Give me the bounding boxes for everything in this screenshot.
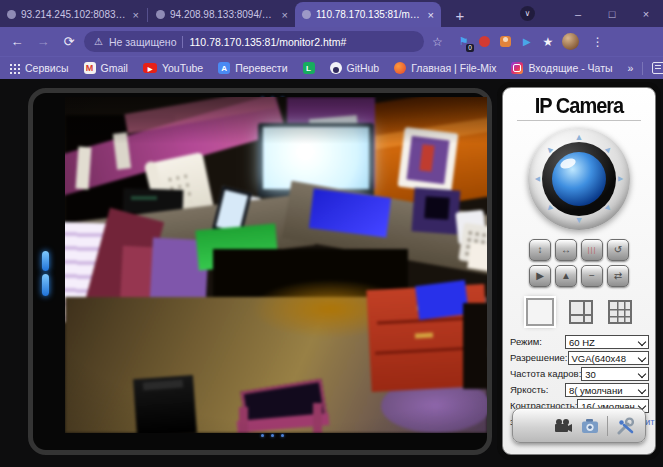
reading-list-icon	[652, 62, 663, 74]
reload-icon[interactable]: ⟳	[58, 31, 80, 53]
bookmark-github[interactable]: GitHub	[330, 62, 380, 74]
lens-glass	[552, 152, 606, 206]
framerate-select[interactable]: 30	[581, 367, 649, 381]
mirror-horizontal-button[interactable]: ↔	[555, 239, 577, 261]
resolution-label: Разрешение:	[510, 352, 568, 363]
bookmark-gmail[interactable]: M Gmail	[84, 62, 128, 74]
setting-row: Разрешение: VGA(640x48	[510, 350, 649, 365]
snapshot-camera-icon[interactable]	[581, 418, 599, 434]
close-window-button[interactable]: ×	[629, 0, 663, 27]
github-icon	[330, 62, 342, 74]
bookmark-inbox-chats[interactable]: Входящие - Чаты	[511, 62, 612, 74]
flip-vertical-button[interactable]: ↕	[529, 239, 551, 261]
extension-icon[interactable]: ⚑0	[457, 35, 471, 49]
url-text: 110.78.170.135:81/monitor2.htm#	[189, 36, 346, 48]
bookmark-l[interactable]: L	[303, 62, 315, 74]
extensions-area: ⚑0 ▶ ★ ⋮	[457, 33, 606, 50]
mode-select[interactable]: 60 HZ	[565, 335, 649, 349]
bookmark-label: Главная | File-Mix	[411, 62, 496, 74]
ir-lights-button[interactable]: |||	[581, 239, 603, 261]
patrol-button[interactable]: ↺	[607, 239, 629, 261]
toolbar-divider	[607, 416, 608, 436]
l-icon: L	[303, 62, 315, 74]
settings-wrench-icon[interactable]	[616, 417, 635, 435]
view-mode-row	[503, 298, 655, 326]
chrome-menu-icon[interactable]: ⋮	[592, 35, 604, 49]
nine-view-button[interactable]	[608, 300, 632, 324]
bookmark-star-icon[interactable]: ☆	[432, 35, 443, 49]
step-button[interactable]: −	[581, 265, 603, 287]
frame-led-indicator	[42, 251, 49, 271]
reading-list-button[interactable]: Список для чтения	[652, 62, 663, 74]
profile-avatar[interactable]	[562, 33, 579, 50]
record-video-icon[interactable]	[553, 418, 573, 434]
ptz-down-icon[interactable]: ▲	[573, 215, 585, 227]
extension-icon[interactable]	[478, 35, 492, 49]
bookmarks-bar: Сервисы M Gmail ▶ YouTube A Перевести L …	[0, 56, 663, 79]
tab-3-active[interactable]: 110.78.170.135:81/monitor2.htm ×	[295, 2, 441, 27]
person-extension-icon	[500, 36, 511, 47]
resolution-select[interactable]: VGA(640x48	[568, 351, 649, 365]
bookmarks-divider	[642, 62, 643, 75]
youtube-icon: ▶	[143, 63, 157, 73]
browser-toolbar: ← → ⟳ ⚠ Не защищено 110.78.170.135:81/mo…	[0, 27, 663, 56]
tab-search-icon[interactable]: ∨	[520, 6, 535, 21]
close-tab-icon[interactable]: ×	[282, 9, 288, 21]
minimize-button[interactable]: –	[561, 0, 595, 27]
new-tab-button[interactable]: +	[449, 7, 471, 24]
address-bar[interactable]: ⚠ Не защищено 110.78.170.135:81/monitor2…	[84, 31, 424, 52]
bookmark-youtube[interactable]: ▶ YouTube	[143, 62, 203, 74]
chats-icon	[511, 62, 523, 74]
close-tab-icon[interactable]: ×	[133, 9, 139, 21]
tab-bar: 93.214.245.102:8083/index.htm × 94.208.9…	[0, 0, 663, 27]
ip-camera-panel-inner: IP Camera ▲ ▲ ▲ ▲ ▲ ▲ ▲ ▲ ↕	[502, 87, 656, 455]
bookmark-label: YouTube	[162, 62, 203, 74]
bookmark-label: Сервисы	[25, 62, 69, 74]
bookmark-translate[interactable]: A Перевести	[218, 62, 287, 74]
play-button[interactable]: ▶	[529, 265, 551, 287]
setting-row: Яркость: 8( умолчани	[510, 382, 649, 397]
page-content: IP Camera ▲ ▲ ▲ ▲ ▲ ▲ ▲ ▲ ↕	[0, 79, 663, 467]
tab-title: 94.208.98.133:8094/monitor2.ht	[170, 9, 277, 20]
address-divider	[182, 36, 183, 48]
not-secure-icon: ⚠	[94, 36, 103, 47]
bookmarks-overflow-icon[interactable]: »	[628, 62, 634, 74]
camera-control-buttons: ↕ ↔ ||| ↺ ▶ ▲ − ⇄	[503, 239, 655, 287]
ip-camera-panel: IP Camera ▲ ▲ ▲ ▲ ▲ ▲ ▲ ▲ ↕	[497, 82, 661, 460]
bookmark-services[interactable]: Сервисы	[8, 62, 69, 74]
setting-row: Частота кадров: 30	[510, 366, 649, 381]
tab-1[interactable]: 93.214.245.102:8083/index.htm ×	[0, 2, 146, 27]
bookmark-filemix[interactable]: Главная | File-Mix	[394, 62, 496, 74]
translate-icon: A	[218, 62, 230, 74]
play-extension-icon[interactable]: ▶	[520, 35, 534, 49]
swap-button[interactable]: ⇄	[607, 265, 629, 287]
forward-icon[interactable]: →	[32, 31, 54, 53]
star-extension-icon[interactable]: ★	[541, 35, 555, 49]
framerate-label: Частота кадров:	[510, 368, 581, 379]
panel-toolbar	[512, 408, 646, 443]
brightness-select[interactable]: 8( умолчани	[565, 383, 649, 397]
frame-led-indicator	[42, 274, 49, 296]
stop-button[interactable]: ▲	[555, 265, 577, 287]
tab-title: 93.214.245.102:8083/index.htm	[21, 9, 128, 20]
maximize-button[interactable]: □	[595, 0, 629, 27]
extension-icon[interactable]	[499, 35, 513, 49]
security-label: Не защищено	[109, 36, 177, 48]
tab-2[interactable]: 94.208.98.133:8094/monitor2.ht ×	[149, 2, 295, 27]
vignette-overlay	[65, 97, 487, 433]
brightness-label: Яркость:	[510, 384, 565, 395]
window-controls: ∨ – □ ×	[520, 0, 663, 27]
page-favicon	[302, 10, 311, 19]
red-extension-icon	[479, 36, 490, 47]
single-view-button[interactable]	[526, 298, 554, 326]
frame-dots-bottom	[261, 434, 284, 437]
globe-favicon	[7, 10, 16, 19]
tab-separator	[147, 8, 148, 22]
back-icon[interactable]: ←	[6, 31, 28, 53]
setting-row: Режим: 60 HZ	[510, 334, 649, 349]
ptz-right-icon[interactable]: ▲	[615, 173, 627, 185]
quad-view-button[interactable]	[569, 300, 593, 324]
close-tab-icon[interactable]: ×	[428, 9, 434, 21]
title-underline	[517, 120, 641, 121]
globe-favicon	[156, 10, 165, 19]
